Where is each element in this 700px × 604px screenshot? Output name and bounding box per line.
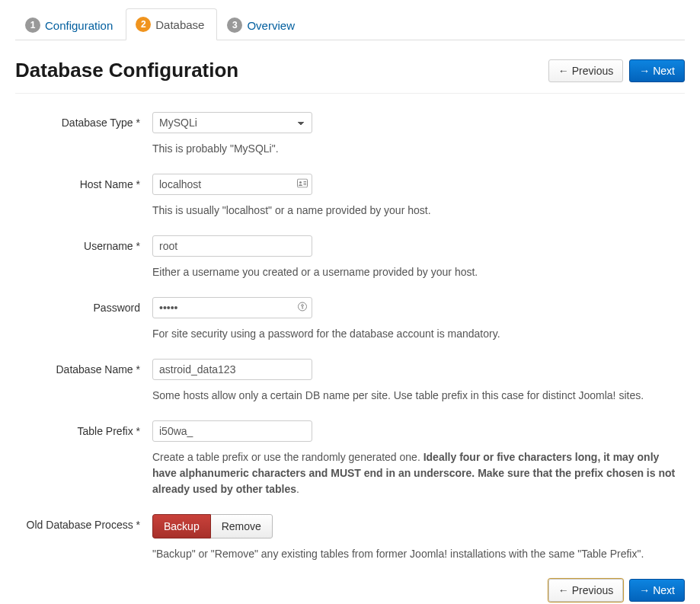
help-olddb: "Backup" or "Remove" any existing tables… [152, 546, 685, 562]
field-olddb: Old Database Process * Backup Remove "Ba… [15, 514, 685, 562]
dbname-input[interactable] [152, 359, 312, 380]
olddb-toggle: Backup Remove [152, 514, 273, 538]
label-password: Password [15, 297, 152, 314]
arrow-right-icon: → [639, 584, 650, 596]
next-label-top: Next [653, 65, 675, 77]
label-username: Username * [15, 235, 152, 252]
arrow-left-icon: ← [558, 65, 569, 77]
tab-label-configuration: Configuration [45, 19, 113, 32]
svg-point-6 [302, 305, 304, 307]
next-button-top[interactable]: → Next [629, 59, 685, 82]
label-db-type: Database Type * [15, 112, 152, 129]
install-steps-tabs: 1 Configuration 2 Database 3 Overview [15, 8, 685, 40]
label-prefix: Table Prefix * [15, 420, 152, 437]
olddb-remove-button[interactable]: Remove [211, 514, 273, 538]
help-prefix-plain: Create a table prefix or use the randoml… [152, 451, 424, 463]
previous-label-bottom: Previous [572, 584, 613, 596]
next-button-bottom[interactable]: → Next [629, 579, 685, 602]
previous-button-bottom[interactable]: ← Previous [548, 579, 623, 602]
help-username: Either a username you created or a usern… [152, 264, 685, 280]
help-dbname: Some hosts allow only a certain DB name … [152, 388, 685, 404]
username-input[interactable] [152, 235, 312, 257]
label-olddb: Old Database Process * [15, 514, 152, 531]
arrow-left-icon: ← [558, 584, 569, 596]
host-input[interactable] [152, 174, 312, 195]
next-label-bottom: Next [653, 584, 675, 596]
tab-label-database: Database [155, 18, 204, 31]
field-prefix: Table Prefix * Create a table prefix or … [15, 420, 685, 497]
help-password: For site security using a password for t… [152, 326, 685, 342]
field-host: Host Name * This is usually "localhost" … [15, 174, 685, 219]
svg-point-1 [299, 181, 302, 184]
password-input[interactable] [152, 297, 312, 318]
field-db-type: Database Type * MySQLi This is probably … [15, 112, 685, 157]
db-type-select[interactable]: MySQLi [152, 112, 312, 133]
step-badge-1: 1 [25, 18, 40, 33]
field-password: Password For site security using a passw… [15, 297, 685, 342]
previous-label-top: Previous [572, 65, 613, 77]
contact-card-icon [297, 179, 308, 190]
step-badge-3: 3 [227, 18, 242, 33]
olddb-backup-button[interactable]: Backup [152, 514, 211, 538]
key-icon [297, 302, 308, 315]
help-prefix: Create a table prefix or use the randoml… [152, 449, 685, 497]
divider [15, 93, 685, 94]
help-db-type: This is probably "MySQLi". [152, 141, 685, 157]
label-host: Host Name * [15, 174, 152, 190]
label-dbname: Database Name * [15, 359, 152, 376]
field-username: Username * Either a username you created… [15, 235, 685, 280]
tab-configuration[interactable]: 1 Configuration [15, 9, 126, 40]
arrow-right-icon: → [639, 65, 650, 77]
tab-label-overview: Overview [247, 19, 295, 32]
tab-database[interactable]: 2 Database [126, 8, 217, 40]
tab-overview[interactable]: 3 Overview [217, 9, 308, 40]
previous-button-top[interactable]: ← Previous [548, 59, 623, 82]
help-host: This is usually "localhost" or a name pr… [152, 203, 685, 219]
page-title: Database Configuration [15, 59, 238, 82]
step-badge-2: 2 [136, 17, 151, 32]
prefix-input[interactable] [152, 420, 312, 442]
field-dbname: Database Name * Some hosts allow only a … [15, 359, 685, 404]
